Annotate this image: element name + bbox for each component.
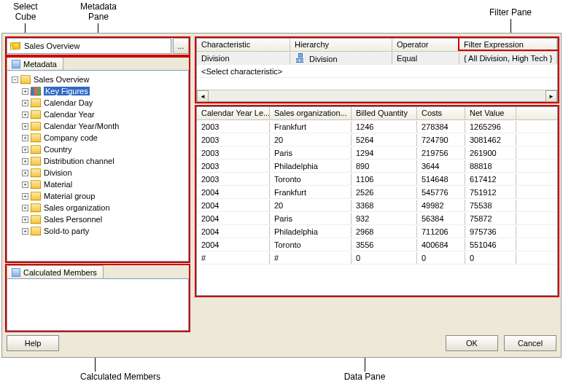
expand-icon[interactable]: + xyxy=(22,228,28,235)
table-cell: 219756 xyxy=(417,147,465,159)
table-cell: Philadelphia xyxy=(270,160,352,172)
tree-node[interactable]: +Sold-to party xyxy=(9,225,187,237)
tree-node[interactable]: −Sales Overview xyxy=(9,74,187,85)
cube-browse-button[interactable]: ... xyxy=(173,38,189,54)
tree-node[interactable]: +Calendar Day xyxy=(9,97,187,109)
table-cell: 890 xyxy=(352,160,417,172)
scroll-left-icon[interactable]: ◄ xyxy=(197,90,209,102)
filter-row[interactable]: Division Division Equal { All Division, … xyxy=(197,52,557,65)
data-col-year[interactable]: Calendar Year Le... xyxy=(197,107,270,119)
tree-node-label: Calendar Day xyxy=(44,98,93,107)
expand-icon[interactable]: + xyxy=(22,216,28,223)
ok-button[interactable]: OK xyxy=(446,335,498,351)
filter-prompt-row[interactable]: <Select characteristic> xyxy=(197,65,557,78)
expand-icon[interactable]: + xyxy=(22,170,28,176)
table-row[interactable]: 20032052647247903081462 xyxy=(197,133,557,146)
metadata-tree-panel: −Sales Overview+Key Figures+Calendar Day… xyxy=(7,70,189,262)
table-cell: 278384 xyxy=(417,121,465,133)
table-row[interactable]: ##000 xyxy=(197,251,557,264)
table-cell: 75538 xyxy=(465,200,516,211)
expand-icon[interactable]: + xyxy=(22,193,28,200)
dimension-icon xyxy=(31,180,41,189)
dimension-icon xyxy=(31,168,41,177)
expand-icon[interactable]: + xyxy=(22,158,28,165)
callout-text: Data Pane xyxy=(344,372,386,382)
filter-cell-char: Division xyxy=(197,52,290,64)
callout-calc-members: Calculated Members xyxy=(73,372,168,382)
table-row[interactable]: 2003Paris1294219756261900 xyxy=(197,146,557,160)
tree-node[interactable]: +Calendar Year/Month xyxy=(9,120,187,132)
data-col-costs[interactable]: Costs xyxy=(417,107,465,119)
data-col-org[interactable]: Sales organization... xyxy=(270,107,352,119)
table-row[interactable]: 2003Toronto1106514648617412 xyxy=(197,173,557,186)
table-cell: 3644 xyxy=(417,160,465,172)
filter-col-operator[interactable]: Operator xyxy=(392,39,459,51)
button-row: Help OK Cancel xyxy=(7,335,556,353)
table-cell: 2003 xyxy=(197,134,270,146)
calc-members-tab[interactable]: Calculated Members xyxy=(7,265,104,278)
data-col-net[interactable]: Net Value xyxy=(465,107,516,119)
scroll-right-icon[interactable]: ► xyxy=(545,90,557,102)
table-cell: # xyxy=(197,252,270,264)
table-cell: 2004 xyxy=(197,213,270,224)
help-button[interactable]: Help xyxy=(7,335,59,351)
table-row[interactable]: 2004Philadelphia2968711206975736 xyxy=(197,225,557,238)
expand-icon[interactable]: + xyxy=(22,88,28,95)
table-row[interactable]: 2004Frankfurt2526545776751912 xyxy=(197,186,557,199)
tree-node[interactable]: +Sales organization xyxy=(9,202,187,213)
filter-col-expression[interactable]: Filter Expression xyxy=(459,39,557,51)
filter-cell-hier: Division xyxy=(290,52,392,65)
expand-icon[interactable]: + xyxy=(22,111,28,118)
tree-node[interactable]: +Key Figures xyxy=(9,85,187,97)
table-cell: 2004 xyxy=(197,239,270,251)
tree-node[interactable]: +Country xyxy=(9,144,187,155)
table-cell: 2968 xyxy=(352,226,417,238)
callout-select-cube: Select Cube xyxy=(7,1,44,23)
dimension-icon xyxy=(31,122,41,130)
filter-col-hierarchy[interactable]: Hierarchy xyxy=(290,39,392,51)
table-cell: 3368 xyxy=(352,200,417,211)
table-cell: 2003 xyxy=(197,147,270,159)
tree-node-label: Calendar Year xyxy=(44,110,95,119)
table-row[interactable]: 2003Frankfurt12462783841265296 xyxy=(197,120,557,133)
tree-node[interactable]: +Distribution channel xyxy=(9,155,187,167)
tree-node[interactable]: +Sales Personnel xyxy=(9,213,187,225)
table-cell: 261900 xyxy=(465,147,516,159)
tree-node-label: Company code xyxy=(44,133,98,142)
calc-members-panel[interactable] xyxy=(7,278,189,331)
expand-icon[interactable]: + xyxy=(22,135,28,141)
table-cell: 0 xyxy=(417,252,465,264)
callout-metadata-pane: Metadata Pane xyxy=(73,1,124,23)
table-row[interactable]: 2004Paris9325638475872 xyxy=(197,212,557,225)
tree-node[interactable]: +Calendar Year xyxy=(9,109,187,120)
table-cell: 49982 xyxy=(417,200,465,211)
table-cell: 3556 xyxy=(352,239,417,251)
tree-node[interactable]: +Company code xyxy=(9,132,187,144)
tree-node[interactable]: +Material group xyxy=(9,190,187,202)
callout-text: Filter Pane xyxy=(489,7,532,17)
expand-icon[interactable]: + xyxy=(22,123,28,130)
metadata-tab-label: Metadata xyxy=(23,60,57,68)
expand-icon[interactable]: + xyxy=(22,146,28,153)
table-row[interactable]: 20042033684998275538 xyxy=(197,199,557,212)
table-row[interactable]: 2003Philadelphia890364488818 xyxy=(197,160,557,173)
expand-icon[interactable]: + xyxy=(22,100,28,106)
expand-icon[interactable]: + xyxy=(22,205,28,211)
data-col-qty[interactable]: Billed Quantity xyxy=(352,107,417,119)
collapse-icon[interactable]: − xyxy=(12,77,18,83)
table-row[interactable]: 2004Toronto3556400684551046 xyxy=(197,238,557,251)
tree-node-label: Key Figures xyxy=(44,87,90,95)
tree-node[interactable]: +Material xyxy=(9,179,187,190)
cube-name-field[interactable]: Sales Overview xyxy=(7,38,171,54)
metadata-tree[interactable]: −Sales Overview+Key Figures+Calendar Day… xyxy=(7,71,188,240)
filter-col-characteristic[interactable]: Characteristic xyxy=(197,39,290,51)
table-cell: Philadelphia xyxy=(270,226,352,238)
tree-node-label: Sales Personnel xyxy=(44,215,102,224)
cancel-button[interactable]: Cancel xyxy=(504,335,556,351)
table-cell: Paris xyxy=(270,147,352,159)
filter-hscrollbar[interactable]: ◄ ► xyxy=(197,90,557,101)
dimension-icon xyxy=(31,227,41,235)
tree-node[interactable]: +Division xyxy=(9,167,187,179)
expand-icon[interactable]: + xyxy=(22,181,28,188)
metadata-tab[interactable]: Metadata xyxy=(7,57,63,70)
